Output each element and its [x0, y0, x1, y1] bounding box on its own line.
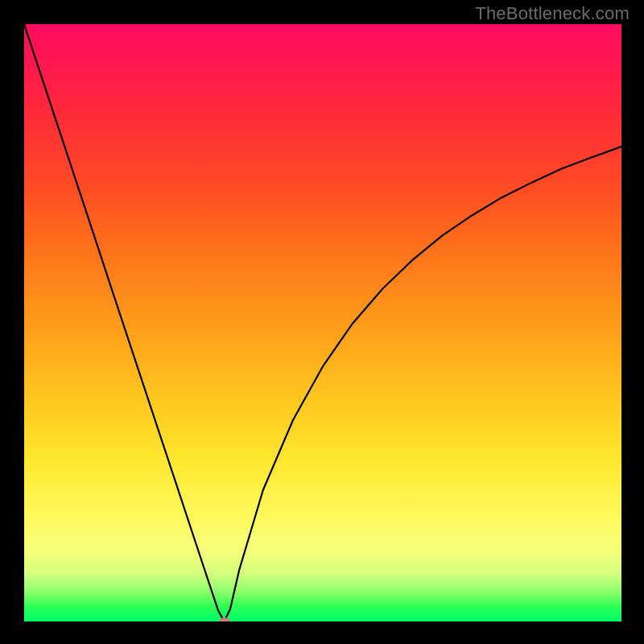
bottleneck-curve — [24, 24, 621, 621]
curve-svg — [24, 24, 621, 621]
watermark-text: TheBottleneck.com — [475, 3, 630, 24]
minimum-marker — [219, 617, 230, 621]
chart-frame: TheBottleneck.com — [0, 0, 644, 644]
plot-area — [24, 24, 621, 621]
